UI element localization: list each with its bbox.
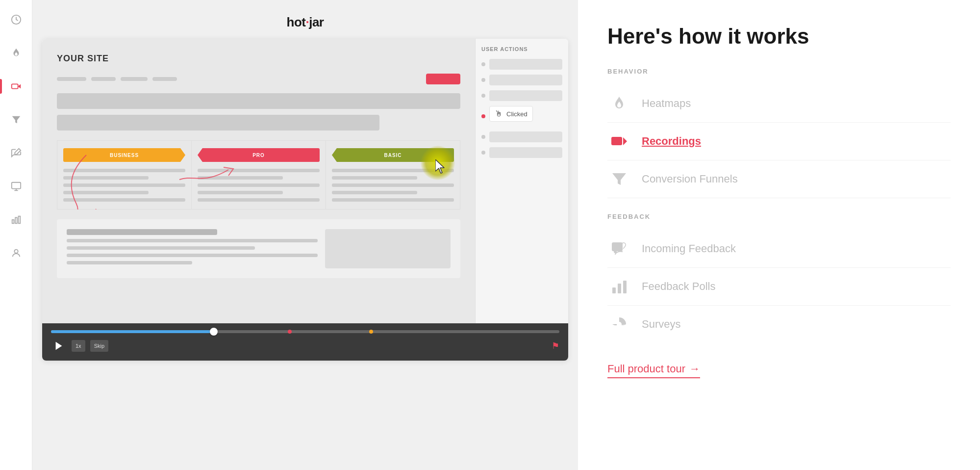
incoming-feedback-icon: [607, 237, 631, 261]
flag-icon[interactable]: ⚑: [552, 340, 559, 351]
svg-rect-3: [11, 183, 20, 189]
progress-bar[interactable]: [51, 330, 559, 333]
sidebar-item-history[interactable]: [6, 10, 26, 29]
play-button[interactable]: [51, 338, 67, 354]
sidebar-item-recordings[interactable]: [6, 77, 26, 96]
video-controls: 1x Skip ⚑: [42, 323, 568, 361]
content-bar-2: [57, 115, 379, 131]
sidebar-item-heatmaps[interactable]: [6, 43, 26, 63]
ua-item-clicked: 🖱 Clicked: [481, 106, 562, 127]
ua-dot-6: [481, 151, 485, 155]
pricing-col-business: BUSINESS: [57, 141, 192, 209]
sidebar-item-funnels[interactable]: [6, 110, 26, 130]
svg-rect-6: [12, 220, 14, 223]
nav-cta-btn: [426, 74, 460, 84]
polls-label: Feedback Polls: [642, 280, 715, 293]
feature-item-recordings[interactable]: Recordings: [607, 123, 951, 160]
ua-item-1: [481, 59, 562, 70]
click-highlight: [421, 146, 455, 180]
svg-rect-1: [11, 84, 18, 88]
feedback-section: FEEDBACK Incoming Feedback: [607, 213, 951, 343]
feedback-section-label: FEEDBACK: [607, 213, 951, 220]
speed-button[interactable]: 1x: [72, 340, 85, 352]
site-preview: YOUR SITE BUSINESS: [42, 39, 475, 323]
svg-marker-10: [435, 159, 444, 173]
pricing-col-pro: PRO: [192, 141, 326, 209]
ua-item-3: [481, 90, 562, 101]
nav-line-2: [91, 77, 116, 81]
ua-clicked-card: 🖱 Clicked: [489, 106, 533, 122]
pricing-col-basic: BASIC: [326, 141, 460, 209]
cursor-icon-ua: 🖱: [495, 109, 503, 118]
svg-point-9: [14, 250, 18, 253]
ua-dot-active: [481, 114, 485, 118]
feature-item-incoming[interactable]: Incoming Feedback: [607, 230, 951, 268]
surveys-label: Surveys: [642, 318, 680, 331]
full-tour-text: Full product tour: [607, 363, 685, 375]
feature-item-surveys[interactable]: Surveys: [607, 306, 951, 343]
cursor-icon: [435, 159, 448, 174]
svg-point-18: [619, 246, 621, 247]
feature-item-funnels[interactable]: Conversion Funnels: [607, 160, 951, 198]
progress-thumb: [210, 328, 218, 336]
how-title: Here's how it works: [607, 25, 951, 48]
ua-item-2: [481, 75, 562, 85]
heatmaps-icon: [607, 92, 631, 115]
surveys-icon: [607, 313, 631, 336]
nav-line-1: [57, 77, 86, 81]
sidebar-item-polls[interactable]: [6, 177, 26, 196]
svg-marker-11: [56, 342, 62, 350]
ua-bar-5: [489, 131, 562, 142]
nav-line-3: [121, 77, 148, 81]
pricing-area: BUSINESS PRO: [57, 140, 460, 209]
incoming-feedback-label: Incoming Feedback: [642, 242, 736, 255]
player-main: YOUR SITE BUSINESS: [42, 39, 568, 323]
progress-dot-red: [288, 330, 292, 334]
bottom-section: [57, 219, 460, 278]
badge-business: BUSINESS: [63, 148, 185, 162]
svg-rect-12: [611, 137, 622, 145]
svg-marker-13: [623, 137, 627, 145]
ua-bar-3: [489, 90, 562, 101]
polls-icon: [607, 275, 631, 298]
ua-clicked-text: Clicked: [506, 110, 528, 118]
sidebar-item-analytics[interactable]: [6, 210, 26, 230]
ua-dot-3: [481, 94, 485, 98]
arrow-right-icon: →: [689, 363, 700, 375]
skip-button[interactable]: Skip: [90, 340, 108, 352]
ua-dot-2: [481, 78, 485, 82]
svg-point-17: [617, 246, 618, 247]
svg-rect-8: [18, 216, 20, 224]
main-content: hot·jar YOUR SITE: [32, 0, 578, 470]
svg-rect-21: [623, 281, 627, 293]
hotjar-header: hot·jar: [42, 10, 568, 39]
player-container: YOUR SITE BUSINESS: [42, 39, 568, 361]
heatmaps-label: Heatmaps: [642, 97, 691, 110]
behavior-section-label: BEHAVIOR: [607, 68, 951, 75]
sidebar: [0, 0, 32, 470]
ua-dot-1: [481, 62, 485, 66]
feature-item-polls[interactable]: Feedback Polls: [607, 268, 951, 306]
svg-point-16: [614, 246, 616, 247]
sidebar-item-users[interactable]: [6, 243, 26, 263]
sidebar-item-feedback[interactable]: [6, 143, 26, 163]
svg-rect-19: [612, 287, 616, 293]
recordings-label: Recordings: [642, 135, 701, 148]
svg-point-22: [617, 322, 622, 327]
feature-item-heatmaps[interactable]: Heatmaps: [607, 85, 951, 123]
recordings-icon: [607, 130, 631, 153]
ua-bar-1: [489, 59, 562, 70]
bottom-right: [325, 229, 451, 268]
site-label: YOUR SITE: [57, 53, 460, 64]
ua-item-5: [481, 131, 562, 142]
ua-bar-6: [489, 147, 562, 158]
ua-bar-2: [489, 75, 562, 85]
pricing-area-wrapper: BUSINESS PRO: [57, 140, 460, 209]
right-panel: Here's how it works BEHAVIOR Heatmaps Re…: [578, 0, 980, 470]
badge-pro: PRO: [198, 148, 320, 162]
ua-item-6: [481, 147, 562, 158]
content-bar-1: [57, 93, 460, 109]
funnels-label: Conversion Funnels: [642, 173, 738, 185]
mock-nav: [57, 74, 460, 84]
full-tour-link[interactable]: Full product tour →: [607, 363, 700, 378]
